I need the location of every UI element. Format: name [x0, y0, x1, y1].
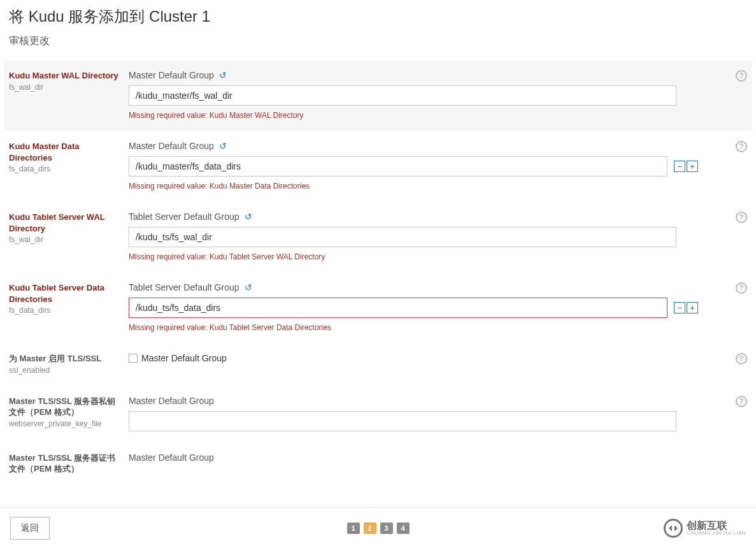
row-ts-data: Kudu Tablet Server Data Directories fs_d… — [9, 273, 747, 343]
reset-icon[interactable]: ↺ — [219, 70, 227, 80]
row-ssl-enabled: 为 Master 启用 TLS/SSL ssl_enabled Master D… — [9, 343, 747, 386]
field-label: 为 Master 启用 TLS/SSL — [9, 353, 122, 364]
help-icon[interactable]: ? — [736, 353, 747, 364]
help-icon[interactable]: ? — [736, 70, 747, 82]
add-remove-controls: − + — [674, 302, 698, 314]
group-label-text: Tablet Server Default Group — [129, 212, 239, 222]
group-label-text: Tablet Server Default Group — [129, 282, 239, 292]
row-pem-key: Master TLS/SSL 服务器私钥文件（PEM 格式） webserver… — [9, 386, 747, 443]
error-msg: Missing required value: Kudu Master WAL … — [129, 111, 722, 120]
add-button[interactable]: + — [687, 161, 698, 172]
step-1[interactable]: 1 — [347, 523, 360, 526]
group-label-text: Master Default Group — [129, 396, 214, 406]
group-label: Master Default Group — [129, 452, 722, 463]
row-ts-wal: Kudu Tablet Server WAL Directory fs_wal_… — [9, 202, 747, 273]
group-label-text: Master Default Group — [129, 452, 214, 463]
group-label: Tablet Server Default Group ↺ — [129, 212, 722, 222]
field-sub: fs_wal_dir — [9, 235, 122, 244]
page-subtitle: 审核更改 — [9, 34, 747, 48]
field-col: Master Default Group ↺ Missing required … — [129, 70, 722, 120]
field-sub: ssl_enabled — [9, 366, 122, 375]
group-label-text: Master Default Group — [141, 353, 227, 363]
reset-icon[interactable]: ↺ — [245, 282, 252, 292]
group-label-text: Master Default Group — [129, 70, 214, 80]
step-2[interactable]: 2 — [364, 523, 376, 526]
group-label: Master Default Group ↺ — [129, 141, 722, 151]
wizard-steps: 1 2 3 4 — [347, 523, 410, 526]
group-label: Master Default Group ↺ — [129, 70, 722, 80]
help-icon[interactable]: ? — [736, 141, 747, 152]
field-label: Master TLS/SSL 服务器证书文件（PEM 格式） — [9, 452, 122, 475]
add-button[interactable]: + — [687, 302, 698, 314]
back-button[interactable]: 返回 — [10, 517, 50, 526]
row-master-data: Kudu Master Data Directories fs_data_dir… — [9, 131, 747, 202]
main-content: 将 Kudu 服务添加到 Cluster 1 审核更改 Kudu Master … — [0, 0, 756, 526]
label-col: Kudu Master WAL Directory fs_wal_dir — [9, 70, 129, 120]
pem-key-input[interactable] — [129, 411, 676, 431]
brand-text-cn: 创新互联 — [687, 521, 746, 526]
help-icon[interactable]: ? — [736, 396, 747, 407]
brand-logo-icon — [664, 519, 683, 526]
field-label: Kudu Tablet Server Data Directories — [9, 282, 122, 305]
reset-icon[interactable]: ↺ — [219, 141, 227, 151]
step-3[interactable]: 3 — [380, 523, 393, 526]
field-label: Kudu Tablet Server WAL Directory — [9, 212, 122, 234]
add-remove-controls: − + — [674, 161, 698, 172]
group-label: Tablet Server Default Group ↺ — [129, 282, 722, 292]
error-msg: Missing required value: Kudu Tablet Serv… — [129, 252, 722, 261]
ts-data-input[interactable] — [129, 298, 667, 318]
error-msg: Missing required value: Kudu Master Data… — [129, 182, 722, 191]
remove-button[interactable]: − — [674, 161, 685, 172]
field-sub: fs_wal_dir — [9, 83, 122, 92]
field-label: Master TLS/SSL 服务器私钥文件（PEM 格式） — [9, 396, 122, 418]
field-sub: fs_data_dirs — [9, 306, 122, 315]
help-icon[interactable]: ? — [736, 212, 747, 223]
group-label-text: Master Default Group — [129, 141, 214, 151]
row-pem-cert: Master TLS/SSL 服务器证书文件（PEM 格式） Master De… — [9, 443, 747, 475]
error-msg: Missing required value: Kudu Tablet Serv… — [129, 323, 722, 332]
ts-wal-input[interactable] — [129, 227, 676, 247]
brand-logo-block: 创新互联 CHUANG XIN HU LIAN — [664, 519, 746, 526]
ssl-checkbox[interactable] — [129, 354, 138, 363]
field-sub: fs_data_dirs — [9, 164, 122, 173]
remove-button[interactable]: − — [674, 302, 685, 314]
master-wal-input[interactable] — [129, 85, 676, 106]
reset-icon[interactable]: ↺ — [245, 212, 252, 222]
master-data-input[interactable] — [129, 156, 667, 177]
step-4[interactable]: 4 — [397, 523, 410, 526]
help-icon[interactable]: ? — [736, 282, 747, 294]
field-label: Kudu Master Data Directories — [9, 141, 122, 163]
row-master-wal: Kudu Master WAL Directory fs_wal_dir Mas… — [4, 61, 752, 131]
footer-bar: 返回 1 2 3 4 创新互联 CHUANG XIN HU LIAN — [0, 507, 756, 526]
field-sub: webserver_private_key_file — [9, 419, 122, 428]
page-title: 将 Kudu 服务添加到 Cluster 1 — [9, 6, 747, 27]
group-label: Master Default Group — [129, 396, 722, 406]
field-label: Kudu Master WAL Directory — [9, 70, 122, 82]
